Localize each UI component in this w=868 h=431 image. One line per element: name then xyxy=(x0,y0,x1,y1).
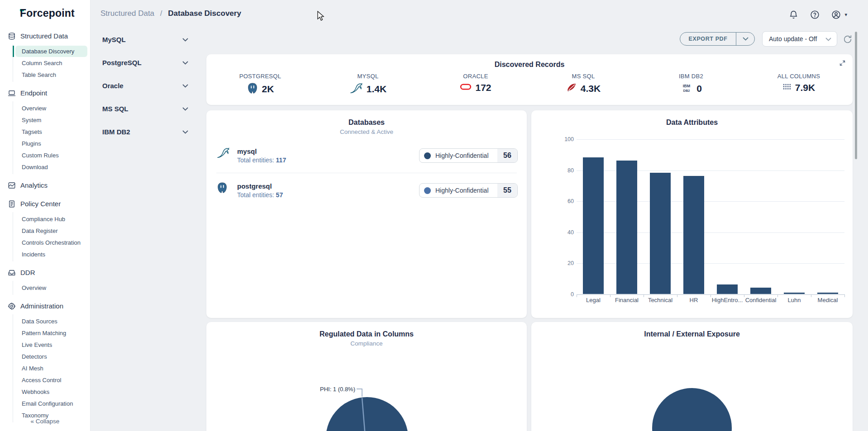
bar-financial[interactable] xyxy=(616,161,637,294)
sidebar-section-policy-center[interactable]: Policy Center xyxy=(0,196,90,211)
sidebar-subnav: Overview xyxy=(13,281,90,295)
row-divider xyxy=(216,173,517,173)
bar-chart-plot: 020406080100 xyxy=(577,139,844,294)
bar-luhn[interactable] xyxy=(784,293,805,294)
badge-value: 55 xyxy=(497,184,517,197)
sidebar-item-data-register[interactable]: Data Register xyxy=(15,225,87,237)
refresh-icon[interactable] xyxy=(843,34,853,44)
sidebar-item-live-events[interactable]: Live Events xyxy=(15,339,87,350)
y-axis-tick-label: 20 xyxy=(556,260,574,266)
stat-label: MS SQL xyxy=(572,73,595,80)
sidebar-item-plugins[interactable]: Plugins xyxy=(15,138,87,149)
bar-slot xyxy=(610,139,644,294)
bar-confidential[interactable] xyxy=(750,288,771,294)
sidebar-item-database-discovery[interactable]: Database Discovery xyxy=(15,46,87,57)
help-icon[interactable] xyxy=(810,10,820,19)
filter-postgresql[interactable]: PostgreSQL xyxy=(102,55,188,70)
filter-ibm-db2[interactable]: IBM DB2 xyxy=(102,124,188,139)
stat-ibm-db2: IBM DB2 IBMDB2 0 xyxy=(637,73,745,96)
sidebar-item-tagsets[interactable]: Tagsets xyxy=(15,126,87,137)
sidebar-subnav: OverviewSystemTagsetsPluginsCustom Rules… xyxy=(13,101,90,174)
sidebar-item-email-configuration[interactable]: Email Configuration xyxy=(15,398,87,409)
sidebar-item-ai-mesh[interactable]: AI Mesh xyxy=(15,363,87,374)
sidebar-item-controls-orchestration[interactable]: Controls Orchestration xyxy=(15,237,87,248)
bar-slot xyxy=(644,139,677,294)
filter-mysql[interactable]: MySQL xyxy=(102,32,188,47)
filter-ms-sql[interactable]: MS SQL xyxy=(102,101,188,116)
x-axis-tick xyxy=(777,294,778,297)
bar-technical[interactable] xyxy=(650,173,671,294)
export-pdf-button[interactable]: EXPORT PDF xyxy=(680,32,755,46)
sidebar-item-compliance-hub[interactable]: Compliance Hub xyxy=(15,213,87,225)
expand-icon[interactable] xyxy=(839,60,846,67)
bar-slot xyxy=(577,139,610,294)
svg-text:IBM: IBM xyxy=(683,84,691,88)
sidebar-item-column-search[interactable]: Column Search xyxy=(15,57,87,69)
x-axis-label: HR xyxy=(677,297,711,303)
user-caret-down-icon[interactable]: ▾ xyxy=(844,12,847,18)
sidebar-section-endpoint[interactable]: Endpoint xyxy=(0,85,90,100)
sidebar-item-overview[interactable]: Overview xyxy=(15,282,87,294)
stat-all-columns: ALL COLUMNS 7.9K xyxy=(745,73,853,96)
highly-confidential-badge[interactable]: Highly-Confidential 55 xyxy=(419,183,518,198)
sidebar-section-analytics[interactable]: Analytics xyxy=(0,178,90,193)
databases-title: Databases xyxy=(206,118,527,127)
pie-main-slice[interactable] xyxy=(652,388,732,431)
sidebar-section-ddr[interactable]: DDR xyxy=(0,265,90,280)
sidebar-section-label: Analytics xyxy=(20,181,48,189)
x-axis-tick xyxy=(811,294,811,297)
auto-update-value: Auto update - Off xyxy=(769,35,825,43)
discovered-records-stats: POSTGRESQL 2KMYSQL 1.4KORACLE 172MS SQL … xyxy=(206,73,853,96)
sidebar-section-structured-data[interactable]: Structured Data xyxy=(0,28,90,43)
database-row-mysql: mysql Total entities: 117 Highly-Confide… xyxy=(216,143,518,168)
sidebar-item-pattern-matching[interactable]: Pattern Matching xyxy=(15,327,87,339)
sidebar-item-system[interactable]: System xyxy=(15,114,87,126)
page-scrollbar-thumb[interactable] xyxy=(855,32,857,159)
chevron-down-icon xyxy=(182,81,188,90)
y-axis-tick-label: 40 xyxy=(556,229,574,236)
pie-main-slice[interactable] xyxy=(326,397,408,431)
sidebar-item-access-control[interactable]: Access Control xyxy=(15,374,87,386)
oracle-icon xyxy=(460,83,472,92)
sidebar-section-label: Administration xyxy=(20,302,63,310)
sidebar-item-detectors[interactable]: Detectors xyxy=(15,351,87,362)
sidebar-item-overview[interactable]: Overview xyxy=(15,103,87,114)
bar-medical[interactable] xyxy=(817,293,838,294)
y-axis-tick-label: 100 xyxy=(556,136,574,142)
badge-value: 56 xyxy=(497,149,517,162)
sidebar-subnav: Data SourcesPattern MatchingLive EventsD… xyxy=(13,314,90,422)
bar-hr[interactable] xyxy=(683,176,704,294)
export-chevron-down-icon[interactable] xyxy=(736,33,754,45)
sidebar-item-webhooks[interactable]: Webhooks xyxy=(15,386,87,398)
gear-icon xyxy=(7,302,16,310)
badge-label: Highly-Confidential xyxy=(435,152,497,159)
analytics-icon xyxy=(7,181,16,189)
postgresql-icon xyxy=(216,182,234,199)
chevron-down-icon xyxy=(182,128,188,136)
sidebar-item-download[interactable]: Download xyxy=(15,161,87,173)
bar-legal[interactable] xyxy=(583,157,604,294)
regulated-data-card: Regulated Data in Columns Compliance PHI… xyxy=(206,322,527,431)
sidebar-item-custom-rules[interactable]: Custom Rules xyxy=(15,150,87,161)
sidebar-item-incidents[interactable]: Incidents xyxy=(15,249,87,260)
filter-oracle[interactable]: Oracle xyxy=(102,78,188,93)
forcepoint-logo: Forcepoint xyxy=(0,0,90,19)
sidebar-item-data-sources[interactable]: Data Sources xyxy=(15,316,87,327)
postgresql-icon xyxy=(247,82,258,96)
auto-update-chevron-down-icon xyxy=(825,35,831,43)
export-pdf-label[interactable]: EXPORT PDF xyxy=(680,33,736,45)
highly-confidential-badge[interactable]: Highly-Confidential 56 xyxy=(419,148,518,163)
sidebar-section-label: DDR xyxy=(20,269,35,276)
chevron-down-icon xyxy=(182,104,188,113)
filter-label: MySQL xyxy=(102,36,126,43)
sidebar-item-table-search[interactable]: Table Search xyxy=(15,69,87,81)
bell-icon[interactable] xyxy=(789,10,798,19)
databases-card: Databases Connected & Active mysql Total… xyxy=(206,110,527,318)
auto-update-select[interactable]: Auto update - Off xyxy=(762,31,837,47)
user-icon[interactable] xyxy=(831,10,841,19)
breadcrumb-parent[interactable]: Structured Data xyxy=(100,9,154,18)
collapse-button[interactable]: « Collapse xyxy=(0,418,90,425)
bar-highentro-[interactable] xyxy=(717,284,738,294)
sidebar-section-administration[interactable]: Administration xyxy=(0,298,90,313)
stat-label: IBM DB2 xyxy=(679,73,703,80)
